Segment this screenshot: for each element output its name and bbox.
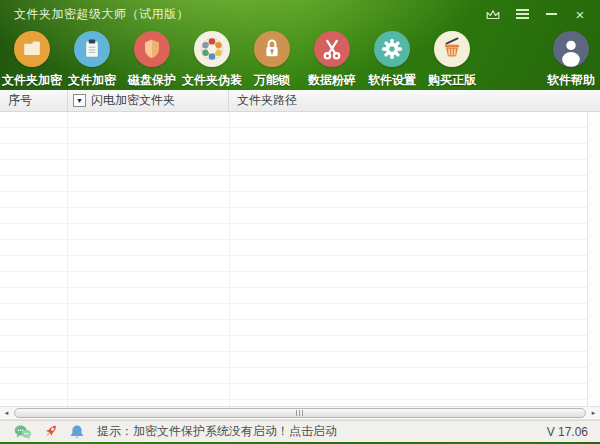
column-header-folder-path[interactable]: 文件夹路径 bbox=[229, 90, 600, 111]
app-window: 文件夹加密超级大师（试用版） × 文件夹加密 文件加密 bbox=[0, 0, 600, 444]
minimize-button[interactable] bbox=[543, 6, 559, 22]
toolbar-item-label: 磁盘保护 bbox=[128, 72, 176, 89]
column-divider bbox=[67, 112, 68, 406]
toolbar-item-folder-disguise[interactable]: 文件夹伪装 bbox=[182, 31, 242, 89]
menu-icon[interactable] bbox=[514, 6, 530, 22]
column-label: 文件夹路径 bbox=[237, 92, 297, 109]
shield-icon bbox=[134, 31, 170, 67]
toolbar-item-label: 软件设置 bbox=[368, 72, 416, 89]
table-header: 序号 ▼ 闪电加密文件夹 文件夹路径 bbox=[0, 90, 600, 112]
basket-icon bbox=[434, 31, 470, 67]
encrypted-folder-list: 序号 ▼ 闪电加密文件夹 文件夹路径 bbox=[0, 90, 600, 406]
gear-icon bbox=[374, 31, 410, 67]
folder-icon bbox=[14, 31, 50, 67]
toolbar-item-data-shred[interactable]: 数据粉碎 bbox=[302, 31, 362, 89]
window-controls: × bbox=[485, 6, 588, 22]
vertical-scrollbar-track[interactable] bbox=[587, 112, 600, 406]
close-icon: × bbox=[576, 7, 585, 22]
table-body[interactable] bbox=[0, 112, 600, 406]
filter-dropdown-icon[interactable]: ▼ bbox=[73, 94, 86, 107]
toolbar-item-label: 文件夹伪装 bbox=[182, 72, 242, 89]
version-label: V 17.06 bbox=[547, 425, 588, 439]
lock-icon bbox=[254, 31, 290, 67]
column-divider bbox=[229, 112, 230, 406]
toolbar-item-help[interactable]: 软件帮助 bbox=[542, 31, 600, 89]
feedback-chat-icon[interactable] bbox=[14, 423, 32, 440]
toolbar-item-label: 数据粉碎 bbox=[308, 72, 356, 89]
scroll-left-arrow-icon[interactable]: ◄ bbox=[0, 407, 13, 419]
person-icon bbox=[553, 31, 589, 67]
toolbar: 文件夹加密 文件加密 磁盘保护 文件夹伪装 万能锁 bbox=[0, 28, 600, 90]
clipboard-icon bbox=[74, 31, 110, 67]
toolbar-item-buy-genuine[interactable]: 购买正版 bbox=[422, 31, 482, 89]
toolbar-item-folder-encrypt[interactable]: 文件夹加密 bbox=[2, 31, 62, 89]
toolbar-item-label: 文件夹加密 bbox=[2, 72, 62, 89]
statusbar: 提示：加密文件保护系统没有启动！点击启动 V 17.06 bbox=[0, 420, 600, 442]
status-tip-text[interactable]: 提示：加密文件保护系统没有启动！点击启动 bbox=[97, 423, 337, 440]
scrollbar-thumb[interactable] bbox=[14, 408, 586, 418]
rocket-icon[interactable] bbox=[41, 423, 59, 440]
scrollbar-grip bbox=[296, 410, 304, 416]
horizontal-scrollbar[interactable]: ◄ ► bbox=[0, 406, 600, 420]
close-button[interactable]: × bbox=[572, 6, 588, 22]
scissors-icon bbox=[314, 31, 350, 67]
toolbar-item-file-encrypt[interactable]: 文件加密 bbox=[62, 31, 122, 89]
palette-icon bbox=[194, 31, 230, 67]
upgrade-crown-icon[interactable] bbox=[485, 6, 501, 22]
window-title: 文件夹加密超级大师（试用版） bbox=[14, 6, 485, 23]
notification-bell-icon[interactable] bbox=[68, 423, 86, 440]
titlebar: 文件夹加密超级大师（试用版） × bbox=[0, 0, 600, 28]
toolbar-item-label: 软件帮助 bbox=[547, 72, 595, 89]
scroll-right-arrow-icon[interactable]: ► bbox=[587, 407, 600, 419]
toolbar-item-label: 万能锁 bbox=[254, 72, 290, 89]
column-header-index[interactable]: 序号 bbox=[0, 90, 68, 111]
toolbar-item-universal-lock[interactable]: 万能锁 bbox=[242, 31, 302, 89]
column-header-flash-encrypted-folder[interactable]: ▼ 闪电加密文件夹 bbox=[68, 90, 229, 111]
toolbar-item-disk-protect[interactable]: 磁盘保护 bbox=[122, 31, 182, 89]
column-label: 闪电加密文件夹 bbox=[91, 92, 175, 109]
menu-bars bbox=[516, 9, 529, 19]
toolbar-item-settings[interactable]: 软件设置 bbox=[362, 31, 422, 89]
toolbar-item-label: 文件加密 bbox=[68, 72, 116, 89]
toolbar-item-label: 购买正版 bbox=[428, 72, 476, 89]
column-label: 序号 bbox=[8, 92, 32, 109]
